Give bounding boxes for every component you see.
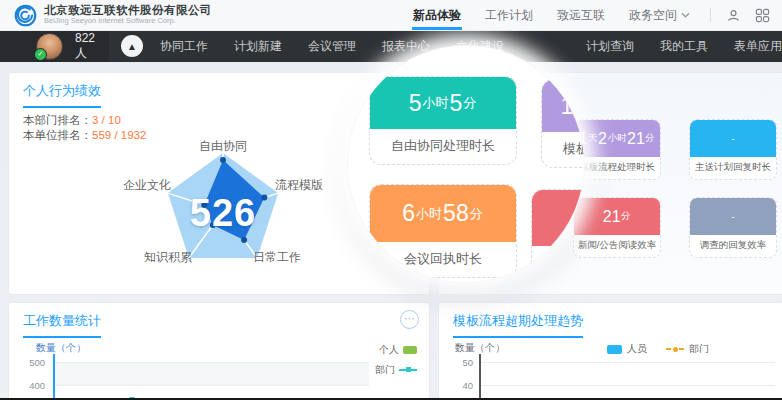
more-options-icon[interactable]: ⋯: [400, 310, 419, 329]
kpi-card-value: -: [690, 120, 776, 157]
kpi-card-value: 1天2小时21分: [574, 120, 660, 157]
performance-panel-title[interactable]: 个人行为绩效: [23, 82, 101, 108]
work-count-title[interactable]: 工作数量统计: [23, 312, 101, 338]
company-name-en: BeiJing Seeyon Internet Software Corp.: [44, 17, 212, 25]
y-axis-line: [53, 354, 55, 400]
legend-dept-marker: [666, 347, 684, 352]
seeyon-dashboard: 北京致远互联软件股份有限公司 BeiJing Seeyon Internet S…: [0, 0, 782, 400]
legend-dept-label[interactable]: 部门: [375, 363, 395, 377]
gridline: [481, 385, 775, 386]
template-trend-title[interactable]: 模板流程超期处理趋势: [453, 312, 583, 338]
nav-item-meeting-mgmt[interactable]: 会议管理: [295, 30, 369, 62]
mag-card-label: 自由协同处理时长: [370, 129, 516, 164]
user-locate-icon[interactable]: [726, 8, 741, 23]
y-axis-label: 数量（个）: [36, 341, 86, 355]
y-axis-label: 数量（个）: [455, 341, 505, 355]
gridline: [481, 362, 775, 363]
dept-rank-label: 本部门排名：: [23, 114, 92, 126]
legend-personal-swatch: [403, 346, 417, 354]
y-axis-line: [479, 354, 481, 400]
top-navigation: 新品体验 工作计划 致远互联 政务空间: [401, 0, 782, 30]
user-avatar[interactable]: ✓: [36, 33, 63, 60]
template-trend-panel: 模板流程超期处理趋势 数量（个） 50 40 人员 部门: [438, 302, 782, 400]
mag-card-value: 6小时58分: [370, 185, 516, 242]
kpi-card-survey-reply[interactable]: - 调查的回复效率: [689, 197, 777, 258]
apps-grid-icon[interactable]: [755, 8, 770, 23]
seeyon-logo: [14, 4, 37, 27]
mag-card-free-collab[interactable]: 5小时5分 自由协同处理时长: [369, 76, 517, 165]
member-count: 822人: [75, 31, 95, 62]
mag-card-value: 5小时5分: [370, 77, 516, 129]
topnav-item-gov-space-label: 政务空间: [629, 7, 677, 24]
magnifier-lens: 5小时5分 自由协同处理时长 6小时58分 会议回执时长 1天2小时21分 模板…: [347, 45, 585, 283]
work-count-legend: 个人 部门: [375, 343, 417, 383]
y-tick-400: 400: [17, 380, 45, 391]
kpi-card-news-reading[interactable]: 21分 新闻/公告阅读效率: [573, 197, 661, 258]
topnav-item-seeyon[interactable]: 致远互联: [545, 0, 617, 30]
gridline: [55, 362, 369, 363]
y-tick-50: 50: [445, 357, 473, 368]
gridline: [55, 385, 369, 386]
topnav-item-work-plan[interactable]: 工作计划: [473, 0, 545, 30]
topnav-item-gov-space[interactable]: 政务空间: [617, 0, 702, 30]
work-count-panel: 工作数量统计 ⋯ 数量（个） 500 400 个人 部门: [8, 302, 430, 400]
nav-item-form-app[interactable]: 表单应用: [721, 30, 782, 62]
kpi-card-label: 主送计划回复时长: [690, 157, 776, 179]
navbar-user-area: ✓ 822人: [0, 30, 109, 62]
launcher-icon[interactable]: ▲: [121, 35, 143, 57]
online-status-badge: ✓: [34, 48, 47, 61]
radar-label-free-collab: 自由协同: [191, 138, 255, 155]
chart-band: [55, 362, 369, 385]
main-navbar: ✓ 822人 ▲ 协同工作 计划新建 会议管理 报表中心 文化建设 计划查询 我…: [0, 30, 782, 62]
radar-label-daily-work: 日常工作: [245, 249, 309, 266]
legend-staff-label[interactable]: 人员: [627, 342, 647, 356]
mag-card-label: 模板流程处理时长: [542, 132, 585, 167]
nav-item-plan-query[interactable]: 计划查询: [573, 30, 647, 62]
chevron-down-icon: [681, 12, 690, 18]
topbar-divider: [710, 8, 711, 22]
nav-item-plan-new[interactable]: 计划新建: [221, 30, 295, 62]
legend-personal-label[interactable]: 个人: [379, 343, 399, 357]
radar-label-knowledge: 知识积累: [136, 249, 200, 266]
kpi-card-value: 21分: [574, 198, 660, 235]
legend-staff-swatch: [607, 345, 622, 354]
nav-item-collab-work[interactable]: 协同工作: [147, 30, 221, 62]
kpi-card-value: -: [690, 198, 776, 235]
nav-item-my-tools[interactable]: 我的工具: [647, 30, 721, 62]
kpi-card-label: 新闻/公告阅读效率: [574, 235, 660, 257]
dept-rank-value: 3 / 10: [92, 114, 121, 126]
radar-score: 526: [163, 192, 283, 235]
topnav-item-new-experience[interactable]: 新品体验: [401, 0, 473, 30]
brand: 北京致远互联软件股份有限公司 BeiJing Seeyon Internet S…: [14, 4, 212, 27]
legend-dept-label[interactable]: 部门: [689, 342, 709, 356]
kpi-card-template-flow[interactable]: 1天2小时21分 模板流程处理时长: [573, 119, 661, 180]
topbar: 北京致远互联软件股份有限公司 BeiJing Seeyon Internet S…: [0, 0, 782, 31]
kpi-card-label: 调查的回复效率: [690, 235, 776, 257]
trend-legend: 人员 部门: [607, 342, 709, 356]
y-tick-500: 500: [17, 357, 45, 368]
kpi-card-plan-reply[interactable]: - 主送计划回复时长: [689, 119, 777, 180]
y-tick-40: 40: [445, 380, 473, 391]
legend-dept-marker: [399, 369, 417, 371]
kpi-card-label: 模板流程处理时长: [574, 157, 660, 179]
